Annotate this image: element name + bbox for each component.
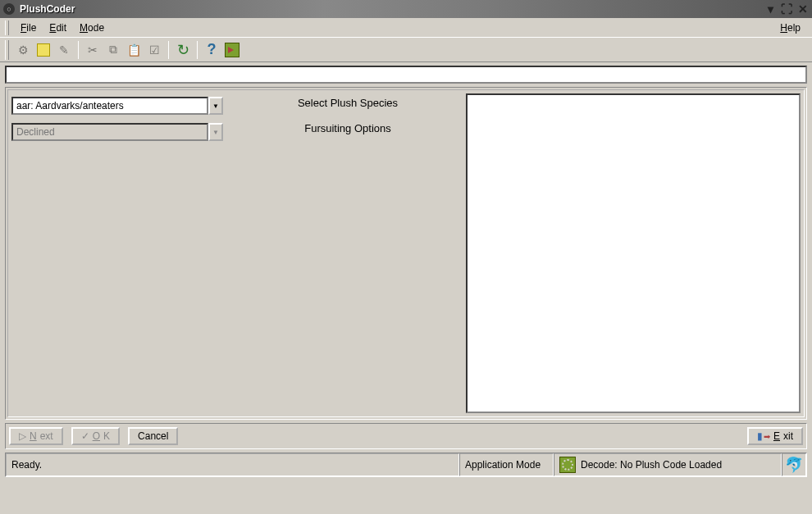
toolbar-grip (5, 40, 9, 60)
help-icon[interactable]: ? (202, 40, 221, 60)
species-label: Select Plush Species (233, 97, 463, 109)
preview-panel (466, 93, 801, 413)
fursuit-dropdown-value: Declined (11, 123, 208, 141)
pointer-icon[interactable] (222, 40, 242, 60)
copy-icon[interactable]: ⧉ (103, 40, 123, 60)
menubar-grip (5, 20, 9, 35)
cancel-label: Cancel (138, 430, 168, 442)
exit-icon (757, 430, 770, 442)
left-column: aar: Aardvarks/anteaters ▼ Declined ▼ (8, 90, 233, 416)
button-row: ▷ Next ✓ OK Cancel Exit (5, 423, 807, 449)
check-icon[interactable]: ☑ (144, 40, 164, 60)
app-icon: ○ (3, 3, 15, 15)
paste-icon[interactable]: 📋 (124, 40, 144, 60)
species-dropdown-value: aar: Aardvarks/anteaters (11, 97, 208, 115)
fursuit-dropdown[interactable]: Declined ▼ (11, 123, 223, 141)
menu-file[interactable]: File (14, 20, 43, 35)
status-text: Ready. (6, 453, 459, 476)
wizard-icon[interactable]: ✎ (54, 40, 74, 60)
window-title: PlushCoder (20, 3, 764, 15)
new-icon[interactable]: ⚙ (13, 40, 33, 60)
main-panel-wrap: aar: Aardvarks/anteaters ▼ Declined ▼ Se… (5, 87, 807, 420)
toolbar-separator (168, 41, 169, 59)
refresh-icon[interactable]: ↻ (173, 40, 193, 60)
species-dropdown[interactable]: aar: Aardvarks/anteaters ▼ (11, 97, 223, 115)
window-titlebar: ○ PlushCoder ▾ ⛶ ✕ (0, 0, 812, 18)
maximize-icon[interactable]: ⛶ (781, 3, 792, 15)
toolbar-separator (197, 41, 198, 59)
status-decode: Decode: No Plush Code Loaded (554, 453, 782, 476)
status-mode-label: Application Mode (459, 453, 554, 476)
next-button[interactable]: ▷ Next (9, 427, 63, 445)
status-decode-text: Decode: No Plush Code Loaded (581, 459, 722, 471)
ok-button[interactable]: ✓ OK (71, 427, 120, 445)
menu-mode[interactable]: Mode (73, 20, 111, 35)
statusbar: Ready. Application Mode Decode: No Plush… (5, 453, 807, 477)
shade-icon[interactable]: ▾ (764, 3, 776, 15)
status-logo: 🐬 (782, 453, 806, 476)
save-icon[interactable] (34, 40, 53, 60)
close-icon[interactable]: ✕ (797, 3, 809, 15)
toolbar: ⚙ ✎ ✂ ⧉ 📋 ☑ ↻ ? (0, 38, 812, 62)
menu-edit[interactable]: Edit (43, 20, 73, 35)
toolbar-separator (78, 41, 79, 59)
main-panel: aar: Aardvarks/anteaters ▼ Declined ▼ Se… (7, 89, 805, 417)
menubar: File Edit Mode Help (0, 18, 812, 38)
middle-column: Select Plush Species Fursuiting Options (233, 90, 463, 416)
exit-button[interactable]: Exit (747, 427, 803, 445)
cancel-button[interactable]: Cancel (128, 427, 178, 445)
mode-icon (559, 457, 576, 473)
code-input[interactable] (5, 66, 807, 84)
dolphin-icon: 🐬 (785, 456, 803, 474)
chevron-down-icon[interactable]: ▼ (208, 123, 223, 141)
cut-icon[interactable]: ✂ (83, 40, 103, 60)
chevron-down-icon[interactable]: ▼ (208, 97, 223, 115)
menu-help[interactable]: Help (773, 20, 807, 35)
fursuit-label: Fursuiting Options (233, 122, 463, 134)
